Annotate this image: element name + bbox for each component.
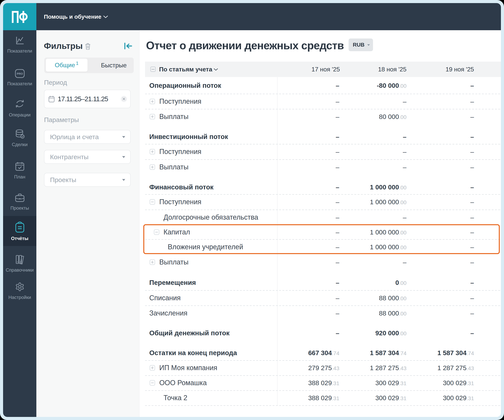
svg-text:PRO: PRO [17,72,23,75]
